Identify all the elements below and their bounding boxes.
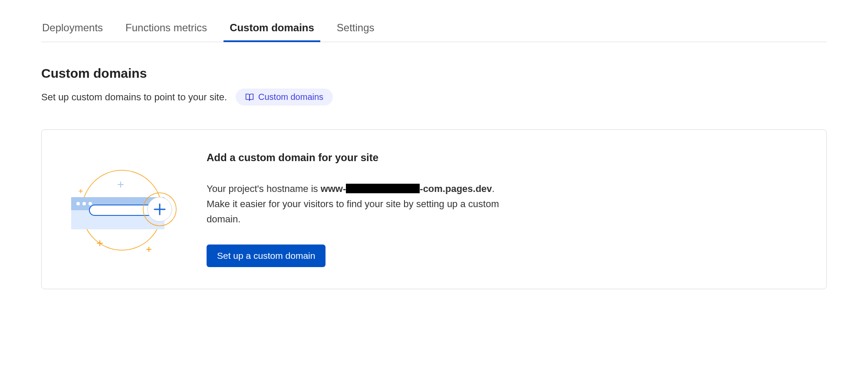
docs-link-custom-domains[interactable]: Custom domains <box>236 89 333 106</box>
setup-custom-domain-button[interactable]: Set up a custom domain <box>207 245 326 267</box>
tab-deployments[interactable]: Deployments <box>41 17 104 42</box>
svg-rect-6 <box>89 205 157 215</box>
tab-custom-domains[interactable]: Custom domains <box>229 17 315 42</box>
card-description: Your project's hostname is www--com.page… <box>207 181 519 227</box>
redacted-hostname-part <box>346 184 420 193</box>
custom-domain-illustration <box>63 158 181 260</box>
custom-domain-card: Add a custom domain for your site Your p… <box>41 129 827 289</box>
docs-link-label: Custom domains <box>258 92 323 102</box>
svg-point-3 <box>76 202 80 205</box>
page-title: Custom domains <box>41 66 827 81</box>
page-subtitle: Set up custom domains to point to your s… <box>41 92 227 103</box>
card-title: Add a custom domain for your site <box>207 152 519 164</box>
tabs: Deployments Functions metrics Custom dom… <box>41 17 827 42</box>
book-icon <box>245 93 254 102</box>
svg-point-5 <box>89 202 92 205</box>
tab-settings[interactable]: Settings <box>336 17 375 42</box>
tab-functions-metrics[interactable]: Functions metrics <box>125 17 208 42</box>
svg-point-4 <box>82 202 86 205</box>
